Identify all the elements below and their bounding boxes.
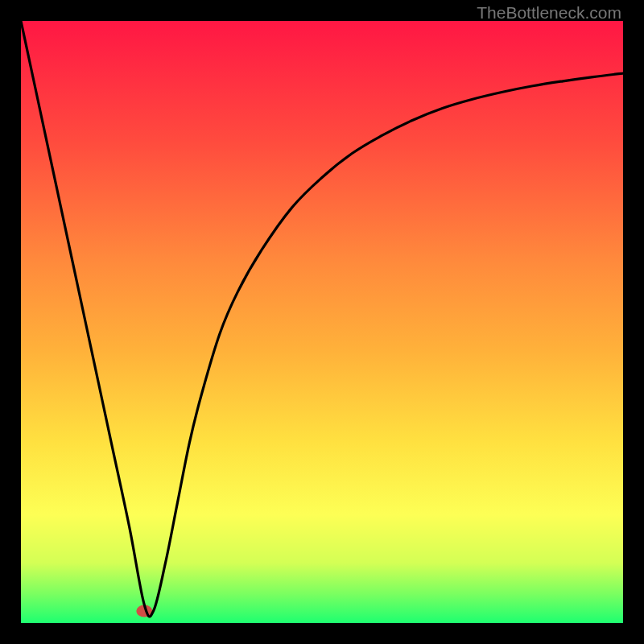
curve-layer [21, 21, 623, 623]
watermark-text: TheBottleneck.com [477, 3, 621, 23]
bottleneck-curve [21, 21, 623, 617]
chart-container: TheBottleneck.com [0, 0, 644, 644]
plot-area [21, 21, 623, 623]
